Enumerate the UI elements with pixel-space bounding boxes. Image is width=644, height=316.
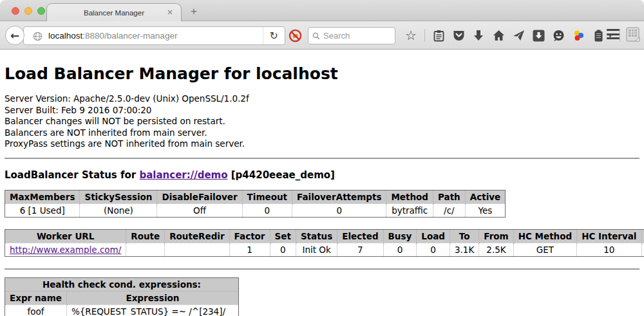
col-elected: Elected xyxy=(337,229,383,243)
search-input[interactable] xyxy=(323,31,391,41)
battery-extension-icon[interactable] xyxy=(592,29,605,42)
cell-route xyxy=(126,243,165,256)
col-factor: Factor xyxy=(229,229,270,243)
color-dots-extension-icon[interactable] xyxy=(572,29,585,42)
server-version-line: Server Version: Apache/2.5.0-dev (Unix) … xyxy=(5,93,639,105)
minimize-window-button[interactable] xyxy=(24,7,32,15)
cell-method: bytraffic xyxy=(386,203,433,217)
health-check-table: Health check cond. expressions: Expr nam… xyxy=(5,277,239,316)
cell-path: /c/ xyxy=(433,203,466,217)
bookmark-star-icon[interactable]: ☆ xyxy=(404,29,417,42)
section-divider xyxy=(5,268,639,270)
reload-button[interactable]: ↻ xyxy=(263,27,285,44)
table-header-row: Worker URL Route RouteRedir Factor Set S… xyxy=(5,229,644,243)
col-routeredir: RouteRedir xyxy=(165,229,229,243)
col-method: Method xyxy=(386,190,433,203)
back-button[interactable]: ← xyxy=(5,26,24,45)
persist-note-line: Balancer changes will NOT be persisted o… xyxy=(5,116,639,127)
smiley-chat-icon[interactable] xyxy=(552,29,565,42)
zoom-window-button[interactable] xyxy=(37,7,45,15)
status-heading-prefix: LoadBalancer Status for xyxy=(5,169,139,181)
col-route: Route xyxy=(126,229,165,243)
cell-status: Init Ok xyxy=(296,243,337,256)
col-passes: Passes xyxy=(641,229,644,243)
balancer-summary-table: MaxMembers StickySession DisableFailover… xyxy=(5,190,506,218)
col-busy: Busy xyxy=(383,229,417,243)
window-controls xyxy=(12,7,45,15)
cell-busy: 0 xyxy=(383,243,417,256)
inherit-note-line: Balancers are NOT inherited from main se… xyxy=(5,127,639,139)
cell-to: 3.1K xyxy=(450,243,478,256)
menu-button[interactable] xyxy=(607,29,620,39)
table-row: 6 [1 Used] (None) Off 0 0 bytraffic /c/ … xyxy=(5,203,506,217)
tab-bar: Balancer Manager × + xyxy=(0,0,644,21)
tab-balancer-manager[interactable]: Balancer Manager × xyxy=(46,3,182,22)
new-tab-button[interactable]: + xyxy=(191,5,197,18)
balancer-demo-link[interactable]: balancer://demo xyxy=(139,169,227,181)
table-row: foof %{REQUEST_STATUS} =~ /^[234]/ xyxy=(5,304,239,316)
clipboard-icon[interactable] xyxy=(432,29,445,42)
page-grid-icon[interactable] xyxy=(626,27,640,45)
url-bar[interactable]: localhost:8880/balancer-manager ↻ xyxy=(23,26,285,45)
pocket-icon[interactable] xyxy=(452,29,465,42)
status-heading-suffix: [p4420eeae_demo] xyxy=(228,169,335,181)
cell-factor: 1 xyxy=(229,243,270,256)
cell-expression: %{REQUEST_STATUS} =~ /^[234]/ xyxy=(66,304,238,316)
cell-from: 2.5K xyxy=(479,243,513,256)
cell-stickysession: (None) xyxy=(80,203,157,217)
downloads-arrow-icon[interactable] xyxy=(472,29,485,42)
col-active: Active xyxy=(465,190,506,203)
proxypass-note-line: ProxyPass settings are NOT inherited fro… xyxy=(5,138,639,150)
home-icon[interactable] xyxy=(492,29,505,42)
worker-table: Worker URL Route RouteRedir Factor Set S… xyxy=(5,229,644,257)
section-divider xyxy=(5,158,639,159)
url-domain: localhost xyxy=(48,31,82,41)
col-maxmembers: MaxMembers xyxy=(5,190,80,203)
col-set: Set xyxy=(270,229,296,243)
toolbar-icons: ☆ xyxy=(404,26,620,44)
col-status: Status xyxy=(296,229,337,243)
cell-expr-name: foof xyxy=(5,304,67,316)
browser-window: Balancer Manager × + ← localhost:8880/ba… xyxy=(0,0,644,316)
col-stickysession: StickySession xyxy=(80,190,157,203)
health-table-title: Health check cond. expressions: xyxy=(5,277,239,291)
col-hc-interval: HC Interval xyxy=(577,229,641,243)
cell-disablefailover: Off xyxy=(157,203,242,217)
url-path: :8880/balancer-manager xyxy=(82,31,177,41)
cell-load: 0 xyxy=(417,243,450,256)
loadbalancer-status-heading: LoadBalancer Status for balancer://demo … xyxy=(5,169,639,181)
cell-elected: 7 xyxy=(337,243,383,256)
cell-set: 0 xyxy=(270,243,296,256)
page-content: Load Balancer Manager for localhost Serv… xyxy=(0,50,644,316)
toolbar-separator xyxy=(424,29,425,42)
col-worker-url: Worker URL xyxy=(5,229,126,243)
col-hc-method: HC Method xyxy=(513,229,577,243)
cell-maxmembers: 6 [1 Used] xyxy=(5,203,80,217)
navigation-toolbar: ← localhost:8880/balancer-manager ↻ ☆ xyxy=(0,21,644,50)
cell-hc-method: GET xyxy=(513,243,577,256)
col-failoverattempts: FailoverAttempts xyxy=(292,190,386,203)
close-window-button[interactable] xyxy=(12,7,19,15)
col-expr-name: Expr name xyxy=(5,291,67,304)
cell-passes: 1 (0) xyxy=(641,243,644,256)
search-icon xyxy=(312,32,320,41)
download-extension-icon[interactable] xyxy=(532,29,545,42)
cell-active: Yes xyxy=(465,203,506,217)
col-disablefailover: DisableFailover xyxy=(157,190,242,203)
search-box[interactable] xyxy=(308,27,395,44)
server-built-line: Server Built: Feb 9 2016 07:00:20 xyxy=(5,105,639,116)
table-row: http://www.example.com/ 1 0 Init Ok 7 0 … xyxy=(5,243,644,256)
page-title: Load Balancer Manager for localhost xyxy=(5,64,639,83)
worker-url-link[interactable]: http://www.example.com/ xyxy=(10,245,121,255)
col-expression: Expression xyxy=(66,291,238,304)
blocked-content-icon[interactable] xyxy=(289,29,302,45)
cell-failoverattempts: 0 xyxy=(292,203,386,217)
col-path: Path xyxy=(433,190,466,203)
col-from: From xyxy=(479,229,513,243)
close-tab-icon[interactable]: × xyxy=(167,8,173,17)
cell-worker-url: http://www.example.com/ xyxy=(5,243,126,256)
table-header-row: Expr name Expression xyxy=(5,291,239,304)
send-plane-icon[interactable] xyxy=(512,29,525,42)
url-text: localhost:8880/balancer-manager xyxy=(48,31,263,41)
globe-icon xyxy=(33,32,43,44)
